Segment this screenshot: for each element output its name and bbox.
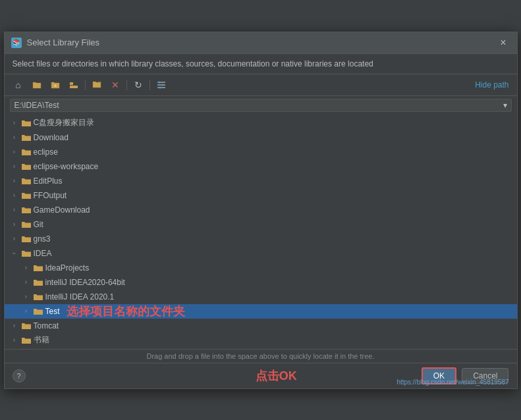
folder-icon [21, 205, 32, 215]
chevron-collapsed-icon: › [10, 162, 19, 171]
title-bar-left: 📚 Select Library Files [11, 38, 100, 48]
settings-button[interactable] [153, 77, 170, 93]
folder-icon [21, 132, 32, 143]
ok-annotation: 点击OK [256, 368, 297, 384]
tree-item-test[interactable]: › Test 选择项目名称的文件夹 [5, 304, 517, 319]
expand-button[interactable] [65, 77, 82, 93]
hide-path-button[interactable]: Hide path [472, 79, 511, 91]
toolbar-separator [85, 80, 86, 90]
tree-item-gamedownload[interactable]: › GameDownload [5, 203, 517, 217]
item-label: Git [34, 220, 43, 229]
chevron-expanded-icon: › [10, 249, 19, 258]
tree-item-intellij-64[interactable]: › intelliJ IDEA2020-64bit [5, 275, 517, 290]
tree-item-eclipse-workspace[interactable]: › eclipse-workspace [5, 159, 517, 174]
app-icon: 📚 [11, 38, 22, 48]
item-label: IDEA [34, 249, 52, 258]
item-label: EditPlus [34, 176, 63, 186]
chevron-collapsed-icon: › [10, 147, 19, 157]
ok-button[interactable]: OK [422, 367, 456, 384]
new-folder-button[interactable]: + [47, 77, 64, 93]
item-label: IdeaProjects [45, 263, 90, 273]
svg-rect-1 [70, 82, 73, 85]
item-label: intelliJ IDEA2020-64bit [45, 278, 125, 287]
item-label: C盘瘦身搬家目录 [34, 117, 95, 128]
path-text: E:\IDEA\Test [14, 101, 59, 110]
refresh-button[interactable]: ↻ [130, 77, 147, 93]
dialog-subtitle: Select files or directories in which lib… [5, 54, 517, 74]
chevron-collapsed-icon: › [10, 234, 19, 244]
select-library-dialog: 📚 Select Library Files × Select files or… [4, 32, 518, 389]
annotation-selected: 选择项目名称的文件夹 [67, 303, 185, 319]
cancel-button[interactable]: Cancel [462, 368, 508, 384]
title-bar: 📚 Select Library Files × [5, 32, 517, 54]
folder-icon [21, 161, 32, 172]
folder-icon [21, 147, 32, 157]
chevron-collapsed-icon: › [10, 205, 19, 215]
item-label: Download [34, 133, 69, 142]
tree-item-ffoutput[interactable]: › FFOutput [5, 188, 517, 203]
svg-point-7 [161, 84, 163, 86]
tree-item-tomcat[interactable]: › Tomcat [5, 319, 517, 333]
item-label: GameDownload [34, 205, 90, 215]
item-label: Tomcat [34, 321, 59, 330]
item-label: FFOutput [34, 191, 67, 200]
move-button[interactable] [88, 77, 105, 93]
item-label: eclipse-workspace [34, 162, 99, 171]
svg-rect-4 [157, 84, 165, 86]
toolbar: ⌂ + [5, 74, 517, 96]
tree-item-gns3[interactable]: › gns3 [5, 232, 517, 246]
item-label: 书籍 [34, 334, 49, 346]
tree-item-eclipse[interactable]: › eclipse [5, 145, 517, 159]
folder-icon [21, 234, 32, 244]
folder-icon [21, 176, 32, 186]
svg-point-6 [158, 81, 160, 83]
svg-rect-2 [70, 86, 78, 88]
svg-rect-5 [157, 87, 165, 88]
chevron-collapsed-icon: › [10, 321, 19, 330]
tree-item-c-drive[interactable]: › C盘瘦身搬家目录 [5, 116, 517, 130]
folder-icon [33, 277, 43, 288]
tree-item-idea[interactable]: › IDEA [5, 246, 517, 261]
tree-item-git[interactable]: › Git [5, 217, 517, 232]
item-label: gns3 [34, 234, 51, 244]
chevron-collapsed-icon: › [10, 176, 19, 186]
status-text: Drag and drop a file into the space abov… [146, 352, 374, 360]
help-button[interactable]: ? [13, 369, 26, 382]
tree-item-editplus[interactable]: › EditPlus [5, 174, 517, 188]
folder-icon [21, 118, 32, 128]
toolbar-separator2 [126, 80, 127, 90]
folder-icon [21, 335, 32, 346]
bottom-bar: ? 点击OK OK Cancel https://blog.csdn.net/w… [5, 363, 517, 388]
item-label: IntelliJ IDEA 2020.1 [45, 292, 115, 302]
chevron-collapsed-icon: › [10, 191, 19, 200]
tree-item-download[interactable]: › Download [5, 130, 517, 145]
home-button[interactable]: ⌂ [10, 77, 27, 93]
chevron-collapsed-icon: › [22, 292, 31, 302]
chevron-collapsed-icon: › [22, 278, 31, 287]
dialog-title: Select Library Files [27, 38, 100, 47]
chevron-collapsed-icon: › [10, 336, 19, 345]
folder-icon [21, 248, 32, 259]
chevron-collapsed-icon: › [10, 133, 19, 142]
folder-icon [21, 321, 32, 331]
chevron-collapsed-icon: › [10, 118, 19, 128]
folder-icon [33, 306, 43, 317]
folder-icon [33, 263, 43, 273]
tree-item-books[interactable]: › 书籍 [5, 333, 517, 348]
tree-item-ideaprojects[interactable]: › IdeaProjects [5, 261, 517, 275]
status-bar: Drag and drop a file into the space abov… [5, 349, 517, 363]
path-bar[interactable]: E:\IDEA\Test ▾ [10, 99, 512, 112]
toolbar-separator3 [150, 80, 150, 90]
folder-button[interactable] [28, 77, 45, 93]
path-dropdown-icon[interactable]: ▾ [503, 101, 507, 110]
folder-icon [21, 219, 32, 230]
item-label: Test [45, 307, 60, 316]
item-label: eclipse [34, 147, 58, 157]
delete-button[interactable]: ✕ [107, 77, 124, 93]
tree-item-intellij-2020[interactable]: › IntelliJ IDEA 2020.1 [5, 290, 517, 304]
svg-text:+: + [53, 84, 56, 88]
close-button[interactable]: × [496, 36, 510, 49]
chevron-collapsed-icon: › [22, 307, 31, 316]
file-tree[interactable]: › C盘瘦身搬家目录 › Download › eclipse › [5, 115, 517, 349]
svg-point-8 [159, 86, 161, 88]
